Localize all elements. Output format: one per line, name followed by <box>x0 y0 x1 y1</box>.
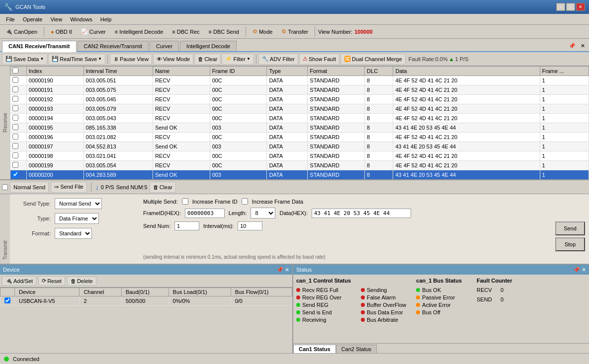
status-pin-icon[interactable]: 📌 ✕ <box>573 267 586 273</box>
device-pin-icon[interactable]: 📌 ✕ <box>276 267 289 273</box>
pps-display: 1 P/S <box>455 56 469 62</box>
dbc-send-button[interactable]: ≡ DBC Send <box>205 27 243 36</box>
row-checkbox[interactable] <box>12 152 18 158</box>
row-checkbox[interactable] <box>12 134 18 140</box>
minimize-button[interactable]: – <box>556 3 565 11</box>
filter-button[interactable]: ⚡ Filter ▼ <box>222 54 253 65</box>
row-interval: 003.005.045 <box>84 95 153 104</box>
table-row[interactable]: 00000196 003.021.082 RECV 00C DATA STAND… <box>10 133 589 142</box>
filter-dropdown-icon[interactable]: ▼ <box>247 57 251 61</box>
send-button[interactable]: Send <box>555 221 585 235</box>
row-checkbox[interactable] <box>12 171 18 177</box>
real-time-save-dropdown-icon[interactable]: ▼ <box>98 57 102 61</box>
tab-can1[interactable]: CAN1 Receive/Transmit <box>2 41 77 52</box>
title-bar-controls[interactable]: – □ ✕ <box>556 3 585 11</box>
device-checkbox[interactable] <box>4 297 10 303</box>
canopen-button[interactable]: 🔌 CanOpen <box>2 27 41 36</box>
curver-button[interactable]: 📈 Curver <box>78 27 109 36</box>
length-select[interactable]: 8 <box>251 208 275 218</box>
tab-close-icon[interactable]: ✕ <box>579 41 587 51</box>
normal-send-button[interactable]: Normal Send <box>10 182 49 193</box>
connected-dot <box>4 357 9 362</box>
table-row[interactable]: 00000197 004.552.813 Send OK 003 DATA ST… <box>10 142 589 151</box>
transfer-button[interactable]: ⚙ Transfer <box>278 27 312 36</box>
send-type-select[interactable]: Normal Send <box>55 198 102 209</box>
tab-pin-icon[interactable]: 📌 <box>567 41 578 51</box>
bus-arbitrate: Bus Arbitrate <box>361 317 406 323</box>
close-button[interactable]: ✕ <box>576 3 585 11</box>
curver-icon: 📈 <box>81 28 88 35</box>
send-checkbox[interactable] <box>2 184 8 190</box>
table-row[interactable]: 00000191 003.005.075 RECV 00C DATA STAND… <box>10 85 589 95</box>
row-checkbox[interactable] <box>12 77 18 83</box>
row-checkbox[interactable] <box>12 115 18 121</box>
row-checkbox[interactable] <box>12 96 18 102</box>
table-row[interactable]: 00000190 003.005.051 RECV 00C DATA STAND… <box>10 76 589 85</box>
table-row[interactable]: 00000199 003.005.054 RECV 00C DATA STAND… <box>10 161 589 170</box>
data-table-wrapper[interactable]: Index Interval Time Name Frame ID Type F… <box>10 66 589 179</box>
mode-icon: ⚙ <box>252 28 257 35</box>
can2-status-tab[interactable]: Can2 Status <box>336 345 377 353</box>
dbc-rec-button[interactable]: ≡ DBC Rec <box>168 27 203 36</box>
table-row[interactable]: 00000194 003.005.043 RECV 00C DATA STAND… <box>10 114 589 123</box>
type-select[interactable]: Data Frame <box>55 213 99 224</box>
menu-view[interactable]: View <box>46 15 66 23</box>
obd2-button[interactable]: ● OBD II <box>47 27 76 36</box>
dual-channel-button[interactable]: 🔀 Dual Channel Merge <box>340 54 406 65</box>
view-mode-button[interactable]: 👁 View Mode <box>153 54 193 65</box>
increase-frame-id-checkbox[interactable] <box>182 198 188 205</box>
row-checkbox[interactable] <box>12 162 18 168</box>
add-set-button[interactable]: 🔌 Add/Set <box>2 276 36 286</box>
save-data-button[interactable]: 💾 Save Data ▼ <box>2 54 47 65</box>
select-all-checkbox[interactable] <box>12 68 18 73</box>
table-row[interactable]: 00000193 003.005.079 RECV 00C DATA STAND… <box>10 104 589 114</box>
row-name: RECV <box>153 95 210 104</box>
menu-operate[interactable]: Operate <box>19 15 47 23</box>
send-file-button[interactable]: ⇒ Send File <box>51 182 87 193</box>
tab-curver[interactable]: Curver <box>150 41 179 51</box>
frame-id-input[interactable] <box>185 209 225 218</box>
maximize-button[interactable]: □ <box>566 3 575 11</box>
format-select[interactable]: Standard <box>55 228 92 239</box>
interval-input[interactable] <box>238 221 262 230</box>
stop-button[interactable]: Stop <box>555 237 585 251</box>
row-checkbox[interactable] <box>12 143 18 149</box>
menu-help[interactable]: Help <box>96 15 116 23</box>
menu-windows[interactable]: Windows <box>66 15 96 23</box>
clear-button[interactable]: 🗑 Clear <box>194 54 221 65</box>
row-checkbox[interactable] <box>12 105 18 111</box>
table-row[interactable]: 00000195 085.165.338 Send OK 003 DATA ST… <box>10 123 589 133</box>
increase-frame-data-checkbox[interactable] <box>242 198 248 205</box>
real-time-save-button[interactable]: 💾 RealTime Save ▼ <box>48 54 105 65</box>
row-checkbox[interactable] <box>12 86 18 92</box>
send-clear-button[interactable]: 🗑 Clear <box>150 182 176 193</box>
save-data-dropdown-icon[interactable]: ▼ <box>40 57 44 61</box>
adv-filter-button[interactable]: 🔧 ADV Filter <box>258 54 298 65</box>
show-fault-button[interactable]: ⚠ Show Fault <box>299 54 339 65</box>
row-dlc: 8 <box>365 95 393 104</box>
table-row[interactable]: 00000198 003.021.041 RECV 00C DATA STAND… <box>10 151 589 161</box>
row-interval: 004.552.813 <box>84 142 153 151</box>
row-format: STANDARD <box>308 142 365 151</box>
table-row[interactable]: 00000192 003.005.045 RECV 00C DATA STAND… <box>10 95 589 104</box>
row-checkbox[interactable] <box>12 124 18 130</box>
mode-button[interactable]: ⚙ Mode <box>249 27 276 36</box>
pause-view-button[interactable]: ⏸ Pause View <box>110 54 152 65</box>
data-hex-input[interactable] <box>312 209 411 218</box>
sending: Sending <box>361 287 406 293</box>
recv-reg-over: Recv REG Over <box>296 294 351 300</box>
can1-status-tab[interactable]: Can1 Status <box>293 345 336 353</box>
row-frame: 1 <box>540 142 589 151</box>
row-dlc: 8 <box>365 114 393 123</box>
tab-can2[interactable]: CAN2 Receive/Transmit <box>78 41 149 51</box>
tab-intelligent-decode[interactable]: Intelligent Decode <box>180 41 237 51</box>
menu-file[interactable]: File <box>2 15 19 23</box>
row-type: DATA <box>267 161 308 170</box>
reset-button[interactable]: ⟳ Reset <box>38 276 65 286</box>
intelligent-decode-button[interactable]: ≡ Intelligent Decode <box>111 27 167 36</box>
delete-button[interactable]: 🗑 Delete <box>67 277 96 286</box>
device-col-busload: Bus Load(0/1) <box>168 288 231 296</box>
send-num-input[interactable] <box>174 221 199 230</box>
bus-data-error: Bus Data Error <box>361 309 406 315</box>
table-row[interactable]: 00000200 004.283.589 Send OK 003 DATA ST… <box>10 170 589 180</box>
